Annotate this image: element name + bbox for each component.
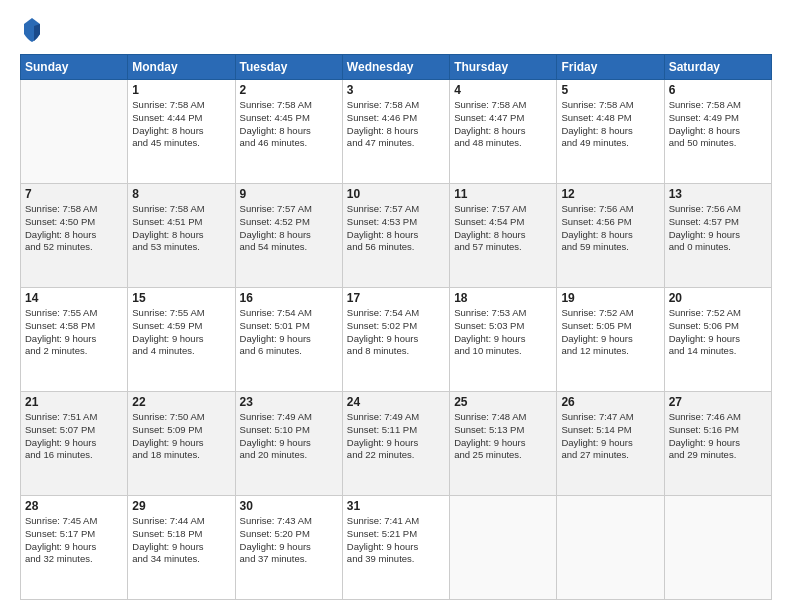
day-number: 14 bbox=[25, 291, 123, 305]
logo-icon bbox=[20, 16, 44, 44]
day-number: 16 bbox=[240, 291, 338, 305]
day-number: 26 bbox=[561, 395, 659, 409]
calendar-cell: 20Sunrise: 7:52 AM Sunset: 5:06 PM Dayli… bbox=[664, 288, 771, 392]
calendar-cell: 5Sunrise: 7:58 AM Sunset: 4:48 PM Daylig… bbox=[557, 80, 664, 184]
calendar-cell: 30Sunrise: 7:43 AM Sunset: 5:20 PM Dayli… bbox=[235, 496, 342, 600]
calendar-header-thursday: Thursday bbox=[450, 55, 557, 80]
calendar-header-tuesday: Tuesday bbox=[235, 55, 342, 80]
calendar-cell: 10Sunrise: 7:57 AM Sunset: 4:53 PM Dayli… bbox=[342, 184, 449, 288]
day-number: 7 bbox=[25, 187, 123, 201]
calendar-cell: 26Sunrise: 7:47 AM Sunset: 5:14 PM Dayli… bbox=[557, 392, 664, 496]
page: SundayMondayTuesdayWednesdayThursdayFrid… bbox=[0, 0, 792, 612]
day-info: Sunrise: 7:55 AM Sunset: 4:58 PM Dayligh… bbox=[25, 307, 123, 358]
day-info: Sunrise: 7:57 AM Sunset: 4:54 PM Dayligh… bbox=[454, 203, 552, 254]
day-number: 6 bbox=[669, 83, 767, 97]
calendar-cell: 29Sunrise: 7:44 AM Sunset: 5:18 PM Dayli… bbox=[128, 496, 235, 600]
calendar-cell: 23Sunrise: 7:49 AM Sunset: 5:10 PM Dayli… bbox=[235, 392, 342, 496]
calendar-cell: 21Sunrise: 7:51 AM Sunset: 5:07 PM Dayli… bbox=[21, 392, 128, 496]
day-info: Sunrise: 7:56 AM Sunset: 4:56 PM Dayligh… bbox=[561, 203, 659, 254]
calendar-cell: 1Sunrise: 7:58 AM Sunset: 4:44 PM Daylig… bbox=[128, 80, 235, 184]
calendar-week-row: 1Sunrise: 7:58 AM Sunset: 4:44 PM Daylig… bbox=[21, 80, 772, 184]
day-info: Sunrise: 7:48 AM Sunset: 5:13 PM Dayligh… bbox=[454, 411, 552, 462]
day-number: 13 bbox=[669, 187, 767, 201]
day-number: 10 bbox=[347, 187, 445, 201]
calendar-cell: 16Sunrise: 7:54 AM Sunset: 5:01 PM Dayli… bbox=[235, 288, 342, 392]
day-info: Sunrise: 7:52 AM Sunset: 5:05 PM Dayligh… bbox=[561, 307, 659, 358]
day-number: 28 bbox=[25, 499, 123, 513]
day-info: Sunrise: 7:52 AM Sunset: 5:06 PM Dayligh… bbox=[669, 307, 767, 358]
day-info: Sunrise: 7:58 AM Sunset: 4:46 PM Dayligh… bbox=[347, 99, 445, 150]
calendar-cell: 13Sunrise: 7:56 AM Sunset: 4:57 PM Dayli… bbox=[664, 184, 771, 288]
day-number: 3 bbox=[347, 83, 445, 97]
day-info: Sunrise: 7:58 AM Sunset: 4:50 PM Dayligh… bbox=[25, 203, 123, 254]
calendar-cell bbox=[664, 496, 771, 600]
day-number: 17 bbox=[347, 291, 445, 305]
calendar-cell: 24Sunrise: 7:49 AM Sunset: 5:11 PM Dayli… bbox=[342, 392, 449, 496]
day-number: 1 bbox=[132, 83, 230, 97]
day-info: Sunrise: 7:50 AM Sunset: 5:09 PM Dayligh… bbox=[132, 411, 230, 462]
calendar-week-row: 28Sunrise: 7:45 AM Sunset: 5:17 PM Dayli… bbox=[21, 496, 772, 600]
day-info: Sunrise: 7:44 AM Sunset: 5:18 PM Dayligh… bbox=[132, 515, 230, 566]
calendar-cell: 9Sunrise: 7:57 AM Sunset: 4:52 PM Daylig… bbox=[235, 184, 342, 288]
day-info: Sunrise: 7:51 AM Sunset: 5:07 PM Dayligh… bbox=[25, 411, 123, 462]
day-number: 2 bbox=[240, 83, 338, 97]
day-info: Sunrise: 7:58 AM Sunset: 4:47 PM Dayligh… bbox=[454, 99, 552, 150]
calendar-cell: 2Sunrise: 7:58 AM Sunset: 4:45 PM Daylig… bbox=[235, 80, 342, 184]
day-info: Sunrise: 7:49 AM Sunset: 5:11 PM Dayligh… bbox=[347, 411, 445, 462]
day-info: Sunrise: 7:41 AM Sunset: 5:21 PM Dayligh… bbox=[347, 515, 445, 566]
calendar-cell: 15Sunrise: 7:55 AM Sunset: 4:59 PM Dayli… bbox=[128, 288, 235, 392]
calendar-cell: 27Sunrise: 7:46 AM Sunset: 5:16 PM Dayli… bbox=[664, 392, 771, 496]
day-info: Sunrise: 7:46 AM Sunset: 5:16 PM Dayligh… bbox=[669, 411, 767, 462]
day-info: Sunrise: 7:58 AM Sunset: 4:45 PM Dayligh… bbox=[240, 99, 338, 150]
day-number: 19 bbox=[561, 291, 659, 305]
calendar-cell: 14Sunrise: 7:55 AM Sunset: 4:58 PM Dayli… bbox=[21, 288, 128, 392]
day-number: 20 bbox=[669, 291, 767, 305]
calendar-table: SundayMondayTuesdayWednesdayThursdayFrid… bbox=[20, 54, 772, 600]
day-number: 21 bbox=[25, 395, 123, 409]
day-info: Sunrise: 7:58 AM Sunset: 4:44 PM Dayligh… bbox=[132, 99, 230, 150]
calendar-cell: 25Sunrise: 7:48 AM Sunset: 5:13 PM Dayli… bbox=[450, 392, 557, 496]
day-number: 9 bbox=[240, 187, 338, 201]
day-info: Sunrise: 7:47 AM Sunset: 5:14 PM Dayligh… bbox=[561, 411, 659, 462]
day-number: 4 bbox=[454, 83, 552, 97]
day-number: 22 bbox=[132, 395, 230, 409]
calendar-header-row: SundayMondayTuesdayWednesdayThursdayFrid… bbox=[21, 55, 772, 80]
header bbox=[20, 16, 772, 44]
calendar-cell: 18Sunrise: 7:53 AM Sunset: 5:03 PM Dayli… bbox=[450, 288, 557, 392]
day-number: 25 bbox=[454, 395, 552, 409]
day-info: Sunrise: 7:43 AM Sunset: 5:20 PM Dayligh… bbox=[240, 515, 338, 566]
day-info: Sunrise: 7:53 AM Sunset: 5:03 PM Dayligh… bbox=[454, 307, 552, 358]
calendar-cell: 17Sunrise: 7:54 AM Sunset: 5:02 PM Dayli… bbox=[342, 288, 449, 392]
day-number: 30 bbox=[240, 499, 338, 513]
day-number: 5 bbox=[561, 83, 659, 97]
calendar-cell bbox=[557, 496, 664, 600]
calendar-week-row: 7Sunrise: 7:58 AM Sunset: 4:50 PM Daylig… bbox=[21, 184, 772, 288]
day-number: 11 bbox=[454, 187, 552, 201]
calendar-cell: 31Sunrise: 7:41 AM Sunset: 5:21 PM Dayli… bbox=[342, 496, 449, 600]
day-number: 23 bbox=[240, 395, 338, 409]
day-number: 24 bbox=[347, 395, 445, 409]
calendar-header-monday: Monday bbox=[128, 55, 235, 80]
day-info: Sunrise: 7:45 AM Sunset: 5:17 PM Dayligh… bbox=[25, 515, 123, 566]
day-info: Sunrise: 7:57 AM Sunset: 4:53 PM Dayligh… bbox=[347, 203, 445, 254]
day-number: 29 bbox=[132, 499, 230, 513]
day-number: 27 bbox=[669, 395, 767, 409]
day-number: 18 bbox=[454, 291, 552, 305]
day-number: 12 bbox=[561, 187, 659, 201]
day-info: Sunrise: 7:58 AM Sunset: 4:51 PM Dayligh… bbox=[132, 203, 230, 254]
calendar-cell bbox=[21, 80, 128, 184]
day-info: Sunrise: 7:54 AM Sunset: 5:02 PM Dayligh… bbox=[347, 307, 445, 358]
day-info: Sunrise: 7:49 AM Sunset: 5:10 PM Dayligh… bbox=[240, 411, 338, 462]
calendar-cell bbox=[450, 496, 557, 600]
day-number: 8 bbox=[132, 187, 230, 201]
calendar-cell: 28Sunrise: 7:45 AM Sunset: 5:17 PM Dayli… bbox=[21, 496, 128, 600]
calendar-cell: 11Sunrise: 7:57 AM Sunset: 4:54 PM Dayli… bbox=[450, 184, 557, 288]
calendar-cell: 12Sunrise: 7:56 AM Sunset: 4:56 PM Dayli… bbox=[557, 184, 664, 288]
calendar-cell: 19Sunrise: 7:52 AM Sunset: 5:05 PM Dayli… bbox=[557, 288, 664, 392]
day-number: 15 bbox=[132, 291, 230, 305]
calendar-week-row: 21Sunrise: 7:51 AM Sunset: 5:07 PM Dayli… bbox=[21, 392, 772, 496]
calendar-cell: 22Sunrise: 7:50 AM Sunset: 5:09 PM Dayli… bbox=[128, 392, 235, 496]
day-info: Sunrise: 7:55 AM Sunset: 4:59 PM Dayligh… bbox=[132, 307, 230, 358]
calendar-header-wednesday: Wednesday bbox=[342, 55, 449, 80]
day-info: Sunrise: 7:58 AM Sunset: 4:49 PM Dayligh… bbox=[669, 99, 767, 150]
